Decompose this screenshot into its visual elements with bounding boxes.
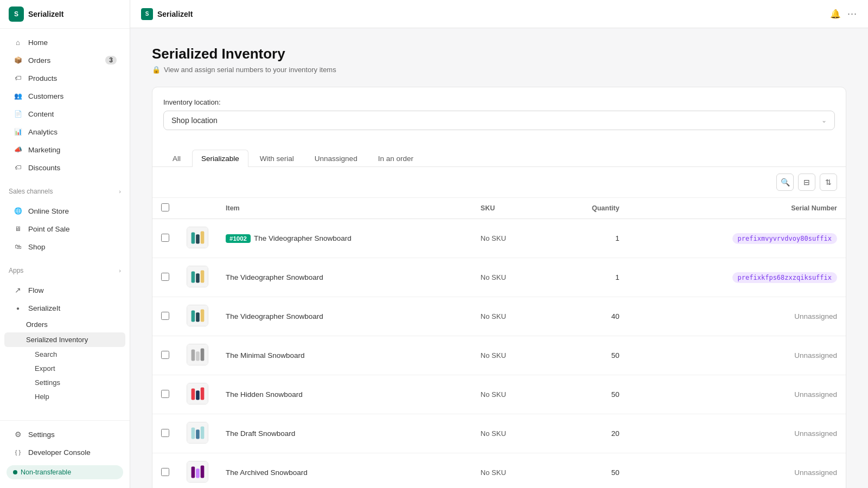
tab-unnassigned[interactable]: Unnassigned (305, 150, 367, 167)
settings-icon (13, 429, 23, 439)
row-checkbox-cell (152, 375, 178, 414)
sidebar-header: S SerializeIt (0, 0, 130, 29)
svg-rect-9 (192, 311, 195, 322)
row-checkbox[interactable] (161, 273, 169, 281)
product-thumbnail (187, 227, 208, 250)
table-row[interactable]: The Archived Snowboard No SKU 50 Unnassi… (152, 453, 846, 489)
location-select[interactable]: Shop location ⌄ (163, 111, 835, 130)
tab-all[interactable]: All (163, 150, 190, 167)
unassigned-text: Unnassigned (794, 468, 837, 477)
col-sku: SKU (472, 198, 548, 219)
sidebar-item-label: Developer Console (28, 448, 91, 457)
svg-rect-11 (201, 310, 205, 322)
table-row[interactable]: The Hidden Snowboard No SKU 50 Unnassign… (152, 375, 846, 414)
unassigned-text: Unnassigned (794, 390, 837, 399)
sidebar-item-customers[interactable]: Customers (4, 87, 125, 105)
sidebar-item-orders[interactable]: Orders 3 (4, 52, 125, 69)
sidebar-subsub-help[interactable]: Help (4, 390, 125, 403)
sort-button[interactable]: ⇅ (820, 174, 837, 191)
sidebar-subsub-settings[interactable]: Settings (4, 376, 125, 389)
page-subtitle: 🔒 View and assign serial numbers to your… (152, 66, 846, 74)
tabs-bar: All Serializable With serial Unnassigned… (152, 141, 846, 167)
sidebar-item-flow[interactable]: Flow (4, 281, 125, 299)
table-row[interactable]: #1002The Videographer Snowboard No SKU 1… (152, 219, 846, 258)
sidebar-item-label: Shop (28, 243, 46, 251)
sidebar-item-home[interactable]: Home (4, 34, 125, 51)
sidebar-item-settings[interactable]: Settings (4, 426, 125, 443)
more-icon[interactable]: ··· (847, 8, 857, 20)
sidebar-item-label: Orders (28, 56, 50, 65)
sku-value: No SKU (481, 312, 506, 320)
app-icon: S (9, 7, 24, 22)
col-item-thumb (178, 198, 217, 219)
row-checkbox[interactable] (161, 351, 169, 359)
sidebar-item-point-of-sale[interactable]: Point of Sale (4, 220, 125, 237)
sidebar-item-content[interactable]: Content (4, 105, 125, 123)
chevron-down-icon: ⌄ (821, 117, 827, 124)
filter-icon: ⊟ (803, 178, 810, 187)
unassigned-text: Unnassigned (794, 351, 837, 359)
row-quantity-cell: 1 (548, 219, 628, 258)
quantity-value: 50 (611, 390, 620, 399)
pos-icon (13, 224, 23, 234)
sidebar-subsub-label: Settings (35, 378, 60, 387)
sidebar-subsub-export[interactable]: Export (4, 362, 125, 375)
apps-header[interactable]: Apps › (0, 260, 130, 277)
sidebar-item-products[interactable]: Products (4, 69, 125, 87)
row-checkbox[interactable] (161, 390, 169, 398)
row-serial-cell: Unnassigned (628, 297, 846, 336)
page-title: Serialized Inventory (152, 46, 846, 62)
table-row[interactable]: The Videographer Snowboard No SKU 40 Unn… (152, 297, 846, 336)
svg-rect-26 (196, 468, 200, 478)
sidebar-sub-orders[interactable]: Orders (4, 317, 125, 332)
table-row[interactable]: The Videographer Snowboard No SKU 1 pref… (152, 258, 846, 297)
main-content: S SerializeIt 🔔 ··· Serialized Inventory… (130, 0, 868, 488)
product-thumbnail (187, 461, 208, 484)
online-store-icon (13, 206, 23, 216)
row-thumb-cell (178, 219, 217, 258)
sku-value: No SKU (481, 234, 506, 242)
notification-icon[interactable]: 🔔 (830, 9, 841, 19)
sidebar-sub-serialized-inventory[interactable]: Serialized Inventory (4, 332, 125, 347)
sidebar-item-marketing[interactable]: Marketing (4, 141, 125, 158)
shop-icon (13, 242, 23, 252)
sidebar-item-label: Online Store (28, 207, 69, 215)
row-checkbox[interactable] (161, 312, 169, 320)
sales-channels-nav: Online Store Point of Sale Shop (0, 197, 130, 260)
table-row[interactable]: The Draft Snowboard No SKU 20 Unnassigne… (152, 414, 846, 453)
quantity-value: 50 (611, 351, 620, 359)
sales-channels-header[interactable]: Sales channels › (0, 181, 130, 197)
sidebar-item-label: Products (28, 74, 57, 82)
row-checkbox[interactable] (161, 234, 169, 242)
circle-icon (13, 470, 17, 474)
table-row[interactable]: The Minimal Snowboard No SKU 50 Unnassig… (152, 336, 846, 375)
sidebar-item-serializeit[interactable]: SerializeIt (4, 299, 125, 317)
search-button[interactable]: 🔍 (776, 174, 794, 191)
sidebar-item-analytics[interactable]: Analytics (4, 123, 125, 140)
row-serial-cell: prefixmvyvrvdvoy80suffix (628, 219, 846, 258)
sidebar-item-shop[interactable]: Shop (4, 238, 125, 255)
row-quantity-cell: 50 (548, 375, 628, 414)
row-checkbox[interactable] (161, 468, 169, 476)
sidebar-item-developer-console[interactable]: Developer Console (4, 444, 125, 461)
select-all-checkbox[interactable] (161, 203, 169, 211)
sidebar-item-online-store[interactable]: Online Store (4, 202, 125, 220)
sidebar: S SerializeIt Home Orders 3 Products Cus… (0, 0, 130, 488)
col-serial-number: Serial Number (628, 198, 846, 219)
tab-serializable[interactable]: Serializable (192, 150, 248, 167)
sidebar-subsub-search[interactable]: Search (4, 348, 125, 361)
tab-in-an-order[interactable]: In an order (369, 150, 423, 167)
row-checkbox-cell (152, 258, 178, 297)
row-checkbox[interactable] (161, 429, 169, 437)
tab-with-serial[interactable]: With serial (251, 150, 303, 167)
serial-badge: prefixmvyvrvdvoy80suffix (732, 233, 837, 244)
orders-icon (13, 55, 23, 65)
subtitle-text: View and assign serial numbers to your i… (164, 66, 336, 74)
topbar: S SerializeIt 🔔 ··· (130, 0, 868, 28)
row-thumb-cell (178, 375, 217, 414)
topbar-app-icon: S (141, 8, 153, 20)
filter-button[interactable]: ⊟ (798, 174, 815, 191)
row-serial-cell: Unnassigned (628, 414, 846, 453)
unassigned-text: Unnassigned (794, 312, 837, 320)
sidebar-item-discounts[interactable]: Discounts (4, 159, 125, 176)
